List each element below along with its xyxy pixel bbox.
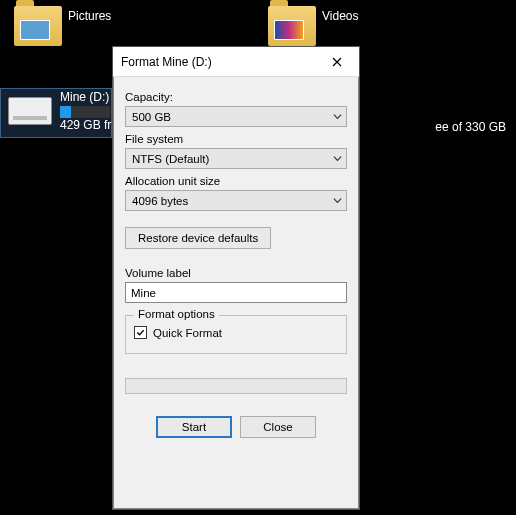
allocation-value: 4096 bytes bbox=[132, 195, 188, 207]
chevron-down-icon bbox=[333, 153, 342, 165]
folder-videos-label: Videos bbox=[322, 9, 358, 23]
capacity-label: Capacity: bbox=[125, 91, 347, 103]
drive-item[interactable]: Mine (D:) 429 GB fr bbox=[0, 90, 111, 132]
restore-defaults-button[interactable]: Restore device defaults bbox=[125, 227, 271, 249]
capacity-value: 500 GB bbox=[132, 111, 171, 123]
drive-subline: 429 GB fr bbox=[60, 118, 111, 132]
drive-free-text: ee of 330 GB bbox=[435, 120, 506, 134]
format-options-group: Format options Quick Format bbox=[125, 315, 347, 354]
format-dialog: Format Mine (D:) Capacity: 500 GB File s… bbox=[112, 46, 360, 510]
drive-icon bbox=[8, 97, 52, 125]
titlebar[interactable]: Format Mine (D:) bbox=[113, 47, 359, 77]
close-icon[interactable] bbox=[323, 52, 351, 72]
volume-label-label: Volume label bbox=[125, 267, 347, 279]
drive-name: Mine (D:) bbox=[60, 90, 111, 104]
filesystem-label: File system bbox=[125, 133, 347, 145]
checkbox-icon bbox=[134, 326, 147, 339]
filesystem-value: NTFS (Default) bbox=[132, 153, 209, 165]
allocation-label: Allocation unit size bbox=[125, 175, 347, 187]
chevron-down-icon bbox=[333, 111, 342, 123]
start-button[interactable]: Start bbox=[156, 416, 232, 438]
dialog-title: Format Mine (D:) bbox=[121, 55, 212, 69]
filesystem-select[interactable]: NTFS (Default) bbox=[125, 148, 347, 169]
allocation-select[interactable]: 4096 bytes bbox=[125, 190, 347, 211]
folder-videos-icon[interactable] bbox=[268, 6, 316, 46]
folder-pictures-icon[interactable] bbox=[14, 6, 62, 46]
volume-label-input[interactable] bbox=[125, 282, 347, 303]
chevron-down-icon bbox=[333, 195, 342, 207]
format-options-legend: Format options bbox=[134, 308, 219, 320]
close-button[interactable]: Close bbox=[240, 416, 316, 438]
quick-format-checkbox[interactable]: Quick Format bbox=[134, 326, 338, 339]
capacity-select[interactable]: 500 GB bbox=[125, 106, 347, 127]
progress-bar bbox=[125, 378, 347, 394]
drive-usage-bar bbox=[60, 106, 110, 118]
folder-pictures-label: Pictures bbox=[68, 9, 111, 23]
quick-format-label: Quick Format bbox=[153, 327, 222, 339]
